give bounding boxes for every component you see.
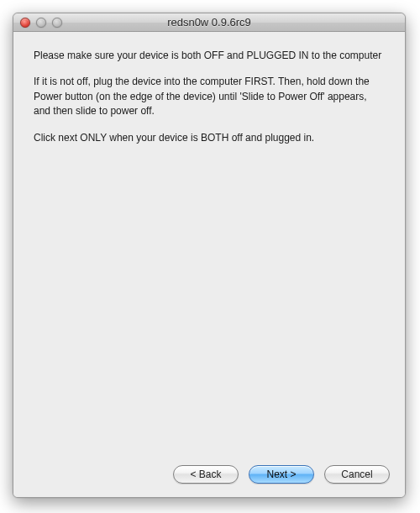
instruction-paragraph-1: Please make sure your device is both OFF… <box>34 49 385 63</box>
titlebar[interactable]: redsn0w 0.9.6rc9 <box>13 13 405 32</box>
app-window: redsn0w 0.9.6rc9 Please make sure your d… <box>13 13 406 498</box>
next-button[interactable]: Next > <box>249 465 314 484</box>
window-title: redsn0w 0.9.6rc9 <box>13 16 405 29</box>
back-button[interactable]: < Back <box>173 465 239 484</box>
close-icon[interactable] <box>20 18 30 28</box>
content-area: Please make sure your device is both OFF… <box>13 32 405 457</box>
minimize-icon[interactable] <box>36 18 46 28</box>
cancel-button[interactable]: Cancel <box>324 465 390 484</box>
zoom-icon[interactable] <box>52 18 62 28</box>
button-row: < Back Next > Cancel <box>13 457 405 497</box>
traffic-lights <box>13 18 62 28</box>
instruction-paragraph-2: If it is not off, plug the device into t… <box>34 75 385 118</box>
instruction-paragraph-3: Click next ONLY when your device is BOTH… <box>34 131 385 145</box>
